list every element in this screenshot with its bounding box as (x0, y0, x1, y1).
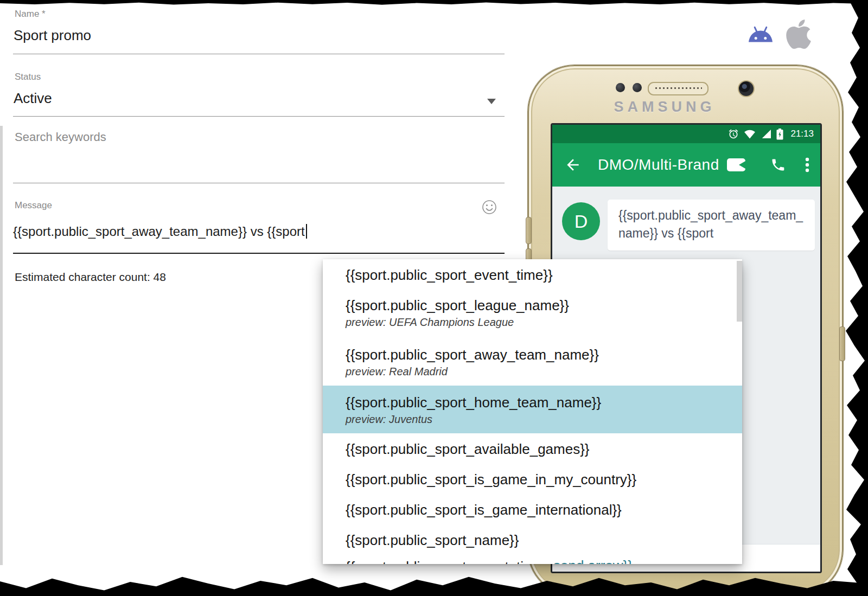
merge-tag-preview: preview: UEFA Champions League (346, 316, 742, 329)
message-text: {{sport.public_sport_away_team_name}} vs… (13, 224, 305, 239)
light-sensor (633, 83, 642, 92)
name-field-underline (13, 54, 505, 54)
power-button (839, 326, 845, 361)
merge-tag-preview: preview: Real Madrid (346, 366, 742, 378)
merge-tag-token: {{sport.public_sport_available_games}} (346, 441, 742, 458)
front-camera (738, 80, 755, 97)
estimated-character-count: Estimated character count: 48 (15, 271, 166, 284)
phone-brand-logo: SAMSUNG (529, 99, 800, 116)
merge-tag-preview: preview: Juventus (346, 413, 742, 426)
name-field-value[interactable]: Sport promo (14, 27, 91, 44)
autocomplete-item[interactable]: {{sport.public_sport_is_game_internation… (323, 494, 742, 524)
apple-icon[interactable] (785, 17, 812, 51)
merge-tag-token: {{sport.public_sport_is_game_internation… (346, 502, 742, 518)
overlapping-text-fragment: send arrow}} (553, 557, 633, 564)
screenshot-canvas: Name * Sport promo Status Active Search … (0, 0, 868, 596)
message-input[interactable]: {{sport.public_sport_away_team_name}} vs… (13, 224, 307, 239)
alarm-icon (728, 129, 739, 139)
status-bar-time: 21:13 (790, 129, 814, 139)
autocomplete-item[interactable]: {{sport.public_sport_name}} (323, 524, 742, 554)
bubble-line-1: {{sport.public_sport_away_team_ (618, 207, 804, 225)
autocomplete-item[interactable]: {{sport.public_sport_available_games}} (323, 433, 742, 464)
conversation-title: DMO/Multi-Brand (598, 156, 719, 174)
bubble-line-2: name}} vs {{sport (618, 225, 804, 242)
autocomplete-item[interactable]: {{sport.public_sport_away_team_name}}pre… (323, 336, 742, 386)
merge-tag-token: {{sport.public_sport_league_name}} (346, 297, 742, 314)
cellular-signal-icon (761, 129, 771, 139)
name-field-label: Name * (15, 9, 46, 20)
autocomplete-item[interactable]: {{sport.public_sport_home_team_name}}pre… (323, 386, 742, 433)
phone-status-bar: 21:13 (552, 125, 820, 143)
video-call-icon[interactable] (726, 157, 746, 172)
merge-tag-token: {{sport.public_sport_event_ti (346, 559, 742, 564)
autocomplete-item[interactable]: {{sport.public_sport_is_game_in_my_count… (323, 464, 742, 494)
chevron-down-icon[interactable] (487, 99, 496, 104)
status-select-value[interactable]: Active (14, 90, 52, 107)
battery-icon (776, 129, 783, 140)
merge-tag-token: {{sport.public_sport_event_time}} (346, 267, 742, 284)
messaging-app-bar: DMO/Multi-Brand (552, 143, 820, 187)
emoji-picker-icon[interactable] (482, 200, 497, 215)
wifi-icon (744, 129, 756, 139)
earpiece-speaker (648, 82, 709, 95)
voice-call-icon[interactable] (770, 157, 786, 172)
message-field-underline-focused (13, 253, 505, 254)
volume-up-button (526, 217, 532, 244)
autocomplete-item[interactable]: {{sport.public_sport_league_name}}previe… (323, 290, 742, 336)
merge-tag-token: {{sport.public_sport_is_game_in_my_count… (346, 471, 742, 488)
search-field-underline (13, 183, 505, 183)
autocomplete-item[interactable]: {{sport.public_sport_event_time}} (323, 259, 742, 290)
merge-tag-token: {{sport.public_sport_home_team_name}} (346, 394, 742, 411)
back-arrow-icon[interactable] (564, 156, 582, 174)
status-field-label: Status (15, 72, 41, 82)
torn-edge-top (0, 0, 868, 8)
proximity-sensor (616, 83, 625, 92)
merge-tag-token: {{sport.public_sport_name}} (346, 532, 742, 549)
overflow-menu-icon[interactable] (805, 156, 809, 174)
merge-tag-token: {{sport.public_sport_away_team_name}} (346, 347, 742, 363)
android-icon[interactable] (746, 25, 775, 48)
merge-tag-autocomplete-dropdown: {{sport.public_sport_event_time}}{{sport… (323, 259, 742, 564)
text-cursor (306, 224, 307, 239)
search-keywords-input[interactable]: Search keywords (15, 130, 106, 144)
torn-edge-right (841, 0, 868, 596)
sender-avatar: D (562, 202, 600, 240)
dropdown-scrollbar[interactable] (737, 261, 742, 322)
message-bubble: {{sport.public_sport_away_team_ name}} v… (608, 200, 815, 251)
status-field-underline (13, 116, 505, 117)
left-scroll-rail (0, 126, 3, 565)
message-field-label: Message (15, 200, 52, 211)
autocomplete-item[interactable]: {{sport.public_sport_event_tisend arrow}… (323, 554, 742, 564)
